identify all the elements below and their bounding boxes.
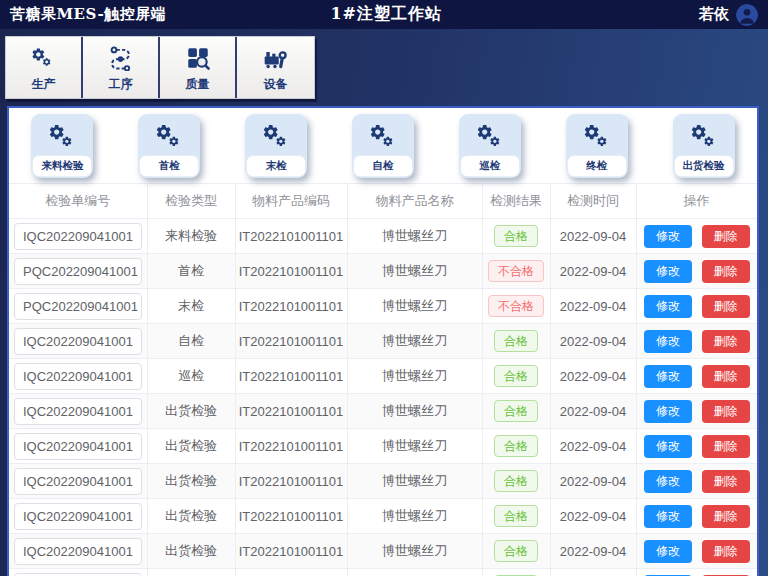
table-header-cell: 物料产品名称 [347,184,482,219]
nav-equipment-button[interactable]: 设备 [237,37,314,98]
cell-inspection-date: 2022-09-04 [550,219,636,254]
cell-inspection-date: 2022-09-04 [550,394,636,429]
cell-inspection-id: PQC202209041001 [9,254,147,289]
nav-production-button[interactable]: 生产 [6,37,83,98]
inspection-tab-cell: 自检 [330,114,437,178]
delete-button[interactable]: 删除 [702,540,750,563]
inspection-tab-label: 自检 [353,155,413,177]
cell-actions: 修改 删除 [636,254,757,289]
result-badge: 合格 [494,505,538,527]
cell-inspection-date: 2022-09-04 [550,534,636,569]
inspection-tab-card[interactable]: 出货检验 [673,114,735,178]
nav-quality-button[interactable]: 质量 [160,37,237,98]
inspection-tab-card[interactable]: 巡检 [459,114,521,178]
cell-actions: 修改 删除 [636,359,757,394]
result-badge: 不合格 [488,295,544,317]
edit-button[interactable]: 修改 [644,260,692,283]
delete-button[interactable]: 删除 [702,435,750,458]
inspection-tab-cell: 终检 [543,114,650,178]
cell-inspection-date: 2022-09-04 [550,254,636,289]
edit-button[interactable]: 修改 [644,470,692,493]
main-nav-toolbar: 生产 工序 [5,36,315,99]
inspection-tab-cell: 来料检验 [9,114,116,178]
inspection-table: 检验单编号 检验类型 物料产品编码 物料产品名称 检测结果 检测时间 操作 [9,183,758,576]
cell-result: 不合格 [482,289,550,324]
inspection-tab-label: 末检 [246,155,306,177]
delete-button[interactable]: 删除 [702,225,750,248]
result-badge: 合格 [494,435,538,457]
table-row: IQC202209041001 来料检验 IT2022101001101 博世螺… [9,219,757,254]
cell-result: 合格 [482,499,550,534]
inspection-id-field[interactable]: IQC202209041001 [14,503,142,530]
edit-button[interactable]: 修改 [644,225,692,248]
gears-icon [30,43,57,73]
cell-actions: 修改 删除 [636,499,757,534]
cell-material-code: IT2022101001101 [235,289,347,324]
cell-inspection-id: IQC202209041001 [9,429,147,464]
delete-button[interactable]: 删除 [702,260,750,283]
table-row: IQC202209041001 出货检验 IT2022101001101 博世螺… [9,499,757,534]
inspection-tab-cell: 出货检验 [650,114,757,178]
cell-material-code: IT2022101001101 [235,464,347,499]
cell-inspection-type: 出货检验 [147,569,235,576]
edit-button[interactable]: 修改 [644,330,692,353]
inspection-tab-card[interactable]: 自检 [352,114,414,178]
inspection-id-field[interactable]: IQC202209041001 [14,398,142,425]
inspection-id-field[interactable]: IQC202209041001 [14,363,142,390]
inspection-tab-cell: 首检 [116,114,223,178]
inspection-id-field[interactable]: IQC202209041001 [14,433,142,460]
edit-button[interactable]: 修改 [644,505,692,528]
cell-result: 合格 [482,534,550,569]
delete-button[interactable]: 删除 [702,505,750,528]
inspection-tab-cell: 末检 [223,114,330,178]
station-title: 1#注塑工作站 [330,4,442,25]
inspection-tab-card[interactable]: 末检 [245,114,307,178]
inspection-id-field[interactable]: PQC202209041001 [14,293,142,320]
edit-button[interactable]: 修改 [644,295,692,318]
result-badge: 合格 [494,365,538,387]
delete-button[interactable]: 删除 [702,365,750,388]
edit-button[interactable]: 修改 [644,400,692,423]
inspection-id-field[interactable]: IQC202209041001 [14,223,142,250]
inspection-tab-card[interactable]: 首检 [138,114,200,178]
cell-material-code: IT2022101001101 [235,359,347,394]
inspection-id-field[interactable]: IQC202209041001 [14,573,142,576]
edit-button[interactable]: 修改 [644,435,692,458]
cell-actions: 修改 删除 [636,394,757,429]
inspection-tab-label: 首检 [139,155,199,177]
inspection-id-field[interactable]: IQC202209041001 [14,538,142,565]
content-panel: 来料检验 首检 [7,106,759,576]
cell-actions: 修改 删除 [636,534,757,569]
result-badge: 合格 [494,540,538,562]
inspection-tab-card[interactable]: 来料检验 [31,114,93,178]
gears-icon [246,119,306,155]
table-row: IQC202209041001 出货检验 IT2022101001101 博世螺… [9,429,757,464]
nav-process-button[interactable]: 工序 [83,37,160,98]
result-badge: 合格 [494,330,538,352]
inspection-id-field[interactable]: IQC202209041001 [14,328,142,355]
cell-material-code: IT2022101001101 [235,324,347,359]
inspection-id-field[interactable]: PQC202209041001 [14,258,142,285]
cell-actions: 修改 删除 [636,429,757,464]
delete-button[interactable]: 删除 [702,400,750,423]
inspection-tab-label: 终检 [567,155,627,177]
cell-inspection-type: 出货检验 [147,499,235,534]
table-header-cell: 检验类型 [147,184,235,219]
cell-inspection-type: 巡检 [147,359,235,394]
user-menu[interactable]: 若依 [699,4,758,26]
user-avatar-icon[interactable] [736,4,758,26]
inspection-id-field[interactable]: IQC202209041001 [14,468,142,495]
delete-button[interactable]: 删除 [702,295,750,318]
cell-material-code: IT2022101001101 [235,219,347,254]
inspection-tab-card[interactable]: 终检 [566,114,628,178]
cell-inspection-id: IQC202209041001 [9,534,147,569]
delete-button[interactable]: 删除 [702,470,750,493]
result-badge: 合格 [494,225,538,247]
cell-actions: 修改 删除 [636,289,757,324]
delete-button[interactable]: 删除 [702,330,750,353]
edit-button[interactable]: 修改 [644,540,692,563]
edit-button[interactable]: 修改 [644,365,692,388]
gears-icon [567,119,627,155]
cell-inspection-id: IQC202209041001 [9,569,147,576]
cell-material-code: IT2022101001101 [235,569,347,576]
